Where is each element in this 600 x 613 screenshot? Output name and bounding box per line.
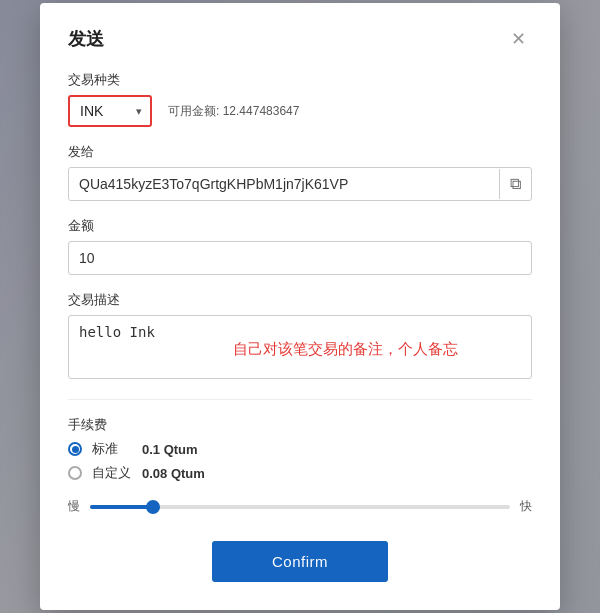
slider-fast-label: 快 xyxy=(520,498,532,515)
amount-section: 金额 xyxy=(68,217,532,275)
divider xyxy=(68,399,532,400)
modal-header: 发送 ✕ xyxy=(68,27,532,51)
token-select-row: INK QTUM ▾ 可用金额: 12.447483647 xyxy=(68,95,532,127)
amount-input[interactable] xyxy=(68,241,532,275)
recipient-input[interactable] xyxy=(69,168,499,200)
fee-slider[interactable] xyxy=(90,505,510,509)
fee-custom-option[interactable]: 自定义 0.08 Qtum xyxy=(68,464,532,482)
token-select[interactable]: INK QTUM xyxy=(70,97,150,125)
recipient-section: 发给 ⧉ xyxy=(68,143,532,201)
fee-custom-value: 0.08 Qtum xyxy=(142,466,205,481)
close-button[interactable]: ✕ xyxy=(505,28,532,50)
fee-options: 标准 0.1 Qtum 自定义 0.08 Qtum xyxy=(68,440,532,482)
slider-fill xyxy=(90,505,153,509)
slider-slow-label: 慢 xyxy=(68,498,80,515)
fee-label: 手续费 xyxy=(68,416,532,434)
modal-title: 发送 xyxy=(68,27,104,51)
fee-slider-row: 慢 快 xyxy=(68,492,532,521)
fee-section: 手续费 标准 0.1 Qtum 自定义 0.08 Qtum 慢 快 xyxy=(68,416,532,521)
description-input[interactable] xyxy=(68,315,532,379)
fee-standard-option[interactable]: 标准 0.1 Qtum xyxy=(68,440,532,458)
description-section: 交易描述 自己对该笔交易的备注，个人备忘 xyxy=(68,291,532,383)
copy-address-button[interactable]: ⧉ xyxy=(499,169,531,199)
token-select-wrapper: INK QTUM ▾ xyxy=(68,95,152,127)
send-modal: 发送 ✕ 交易种类 INK QTUM ▾ 可用金额: 12.447483647 … xyxy=(40,3,560,610)
amount-label: 金额 xyxy=(68,217,532,235)
available-amount: 可用金额: 12.447483647 xyxy=(168,103,299,120)
recipient-input-wrapper: ⧉ xyxy=(68,167,532,201)
fee-standard-label: 标准 xyxy=(92,440,132,458)
fee-custom-radio[interactable] xyxy=(68,466,82,480)
confirm-button[interactable]: Confirm xyxy=(212,541,388,582)
description-label: 交易描述 xyxy=(68,291,532,309)
description-wrapper: 自己对该笔交易的备注，个人备忘 xyxy=(68,315,532,383)
token-type-label: 交易种类 xyxy=(68,71,532,89)
fee-standard-value: 0.1 Qtum xyxy=(142,442,198,457)
fee-standard-radio[interactable] xyxy=(68,442,82,456)
recipient-label: 发给 xyxy=(68,143,532,161)
slider-thumb[interactable] xyxy=(146,500,160,514)
token-type-section: 交易种类 INK QTUM ▾ 可用金额: 12.447483647 xyxy=(68,71,532,127)
fee-custom-label: 自定义 xyxy=(92,464,132,482)
